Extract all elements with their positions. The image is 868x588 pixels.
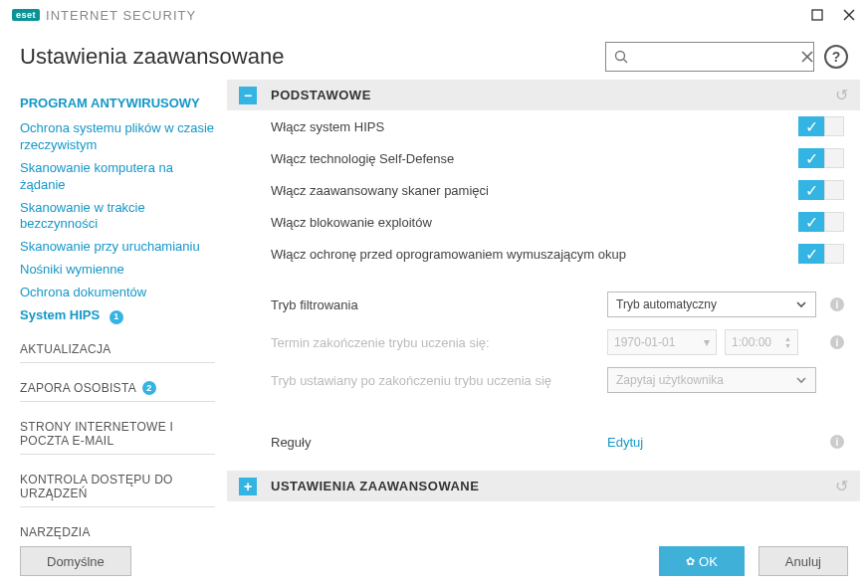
search-box[interactable]: [605, 42, 814, 72]
svg-point-3: [616, 52, 625, 61]
calendar-drop-icon: ▾: [704, 335, 710, 349]
sidebar-section-label: ZAPORA OSOBISTA: [20, 381, 136, 395]
divider: [20, 362, 215, 363]
window-maximize-icon[interactable]: [810, 8, 824, 22]
default-button[interactable]: Domyślne: [20, 546, 131, 576]
sidebar-item-removable[interactable]: Nośniki wymienne: [20, 262, 215, 279]
toggle-label: Włącz system HIPS: [271, 119, 798, 134]
sidebar-item-label: System HIPS: [20, 307, 100, 322]
section-basic-header[interactable]: − PODSTAWOWE ↺: [227, 80, 860, 110]
clear-search-icon[interactable]: [801, 51, 813, 63]
help-icon[interactable]: ?: [824, 45, 848, 69]
filter-mode-select[interactable]: Tryb automatyczny: [607, 292, 816, 317]
page-title: Ustawienia zaawansowane: [20, 44, 284, 70]
sidebar-section-firewall[interactable]: ZAPORA OSOBISTA 2: [20, 381, 215, 395]
divider: [20, 454, 215, 455]
sidebar-item-startup[interactable]: Skanowanie przy uruchamianiu: [20, 239, 215, 256]
sidebar-item-ondemand[interactable]: Skanowanie komputera na żądanie: [20, 160, 215, 194]
ok-button[interactable]: ✿ OK: [659, 546, 745, 576]
toggle-exploit[interactable]: ✓: [798, 212, 844, 232]
row-filter-mode: Tryb filtrowania Tryb automatyczny i: [227, 286, 860, 323]
after-learn-select: Zapytaj użytkownika: [607, 367, 816, 393]
collapse-icon[interactable]: −: [239, 87, 257, 104]
ok-label: OK: [699, 554, 718, 569]
titlebar: eset INTERNET SECURITY: [0, 0, 868, 30]
divider: [20, 401, 215, 402]
info-icon[interactable]: i: [830, 435, 844, 449]
reset-icon[interactable]: ↺: [835, 477, 848, 495]
select-value: Tryb automatyczny: [616, 297, 717, 311]
row-ransomware: Włącz ochronę przed oprogramowaniem wymu…: [227, 238, 860, 270]
section-title: USTAWIENIA ZAAWANSOWANE: [271, 479, 479, 493]
label: Reguły: [271, 435, 607, 450]
sidebar-section-webmail[interactable]: STRONY INTERNETOWE I POCZTA E-MAIL: [20, 420, 215, 448]
sidebar-section-update[interactable]: AKTUALIZACJA: [20, 342, 215, 356]
row-exploit: Włącz blokowanie exploitów ✓: [227, 206, 860, 238]
sidebar-item-documents[interactable]: Ochrona dokumentów: [20, 285, 215, 301]
toggle-label: Włącz zaawansowany skaner pamięci: [271, 183, 798, 198]
toggle-label: Włącz blokowanie exploitów: [271, 215, 798, 230]
sidebar-section-device[interactable]: KONTROLA DOSTĘPU DO URZĄDZEŃ: [20, 473, 215, 500]
sidebar-item-hips[interactable]: System HIPS 1: [20, 307, 215, 324]
toggle-selfdefense[interactable]: ✓: [798, 148, 844, 168]
svg-line-4: [624, 60, 628, 64]
svg-rect-0: [812, 10, 822, 20]
sidebar-item-idle[interactable]: Skanowanie w trakcie bezczynności: [20, 200, 215, 234]
badge-icon: 1: [109, 310, 123, 324]
row-hips-enable: Włącz system HIPS ✓: [227, 110, 860, 142]
expand-icon[interactable]: +: [239, 478, 257, 495]
chevron-down-icon: [795, 298, 807, 310]
spinner-icon: ▲▼: [784, 335, 791, 349]
toggle-memscan[interactable]: ✓: [798, 180, 844, 200]
brand-logo: eset: [12, 9, 40, 21]
section-advanced-header[interactable]: + USTAWIENIA ZAAWANSOWANE ↺: [227, 471, 860, 501]
header: Ustawienia zaawansowane ?: [0, 30, 868, 80]
info-icon[interactable]: i: [830, 297, 844, 311]
badge-icon: 2: [142, 381, 156, 395]
label: Tryb ustawiany po zakończeniu trybu ucze…: [271, 373, 607, 388]
time-value: 1:00:00: [732, 335, 771, 349]
label: Tryb filtrowania: [271, 297, 607, 312]
search-input[interactable]: [634, 50, 801, 65]
rules-edit-link[interactable]: Edytuj: [607, 435, 643, 450]
learn-end-date: 1970-01-01 ▾: [607, 329, 717, 355]
select-value: Zapytaj użytkownika: [616, 373, 724, 387]
chevron-down-icon: [795, 374, 807, 386]
row-learn-end: Termin zakończenie trybu uczenia się: 19…: [227, 323, 860, 361]
date-value: 1970-01-01: [614, 335, 675, 349]
product-name: INTERNET SECURITY: [46, 8, 196, 23]
window-close-icon[interactable]: [842, 8, 856, 22]
section-title: PODSTAWOWE: [271, 88, 371, 102]
row-selfdefense: Włącz technologię Self-Defense ✓: [227, 142, 860, 174]
toggle-label: Włącz technologię Self-Defense: [271, 151, 798, 166]
row-after-learn: Tryb ustawiany po zakończeniu trybu ucze…: [227, 361, 860, 399]
label: Termin zakończenie trybu uczenia się:: [271, 335, 607, 350]
info-icon[interactable]: i: [830, 335, 844, 349]
search-icon: [614, 50, 628, 64]
footer: Domyślne ✿ OK Anuluj: [0, 534, 868, 588]
sidebar: PROGRAM ANTYWIRUSOWY Ochrona systemu pli…: [0, 80, 227, 545]
cancel-button[interactable]: Anuluj: [759, 546, 848, 576]
toggle-label: Włącz ochronę przed oprogramowaniem wymu…: [271, 247, 798, 262]
toggle-hips[interactable]: ✓: [798, 116, 844, 136]
sidebar-heading-antivirus[interactable]: PROGRAM ANTYWIRUSOWY: [20, 96, 215, 110]
divider: [20, 506, 215, 507]
gear-icon: ✿: [686, 555, 695, 568]
learn-end-time: 1:00:00 ▲▼: [725, 329, 798, 355]
toggle-ransomware[interactable]: ✓: [798, 244, 844, 264]
content: − PODSTAWOWE ↺ Włącz system HIPS ✓ Włącz…: [227, 80, 868, 545]
reset-icon[interactable]: ↺: [835, 86, 848, 104]
sidebar-item-realtime[interactable]: Ochrona systemu plików w czasie rzeczywi…: [20, 120, 215, 154]
row-memscan: Włącz zaawansowany skaner pamięci ✓: [227, 174, 860, 206]
row-rules: Reguły Edytuj i: [227, 427, 860, 457]
